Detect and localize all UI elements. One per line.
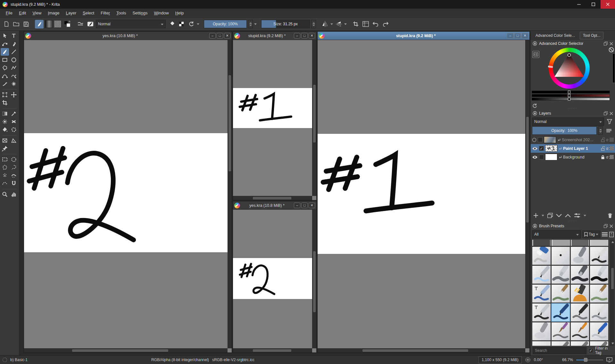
add-layer-button[interactable] — [533, 213, 538, 218]
layer-properties-options[interactable] — [584, 215, 586, 216]
colorize-mask-tool[interactable] — [1, 118, 9, 125]
new-document-button[interactable] — [2, 20, 11, 28]
menu-image[interactable]: Image — [45, 9, 62, 17]
mirror-horizontal-options[interactable] — [330, 23, 333, 25]
detail-view-button[interactable] — [609, 232, 614, 237]
docker-splitter[interactable] — [531, 108, 615, 110]
text-tool[interactable] — [10, 32, 18, 40]
no-color-icon[interactable] — [609, 47, 614, 53]
canvas-rotation-dial[interactable] — [525, 357, 531, 363]
subwindow-title-bar[interactable]: stupid.kra (9.2 MiB) * – □ ✕ — [318, 32, 529, 40]
close-docker-icon[interactable] — [610, 112, 613, 115]
docker-lock-icon[interactable] — [533, 111, 537, 116]
opacity-spinner[interactable] — [248, 20, 253, 28]
brush-preset-sketch-ink[interactable] — [590, 240, 609, 246]
subwindow-minimize-button[interactable]: – — [209, 33, 216, 38]
subwindow-title-bar[interactable]: stupid.kra (9.2 MiB) * – □ ✕ — [233, 32, 316, 40]
brush-preset-bristle-grass[interactable] — [590, 284, 609, 303]
value-bar[interactable] — [532, 98, 610, 101]
opacity-slider[interactable]: Opacity: 100% — [204, 20, 247, 28]
visible-eye-icon[interactable] — [532, 155, 538, 159]
layer-opacity-slider[interactable]: Opacity: 100% — [532, 126, 597, 135]
color-selector-settings-button[interactable] — [532, 51, 539, 58]
reset-colors-icon[interactable] — [532, 103, 537, 108]
brush-size-spinner[interactable] — [311, 20, 316, 28]
brush-preset-eraser-soft[interactable] — [532, 247, 551, 265]
subwindow-close-button[interactable]: ✕ — [224, 33, 230, 38]
canvas-area[interactable] — [233, 210, 316, 352]
minimize-button[interactable] — [572, 0, 586, 9]
unlocked-icon[interactable] — [601, 146, 605, 151]
brush-preset-ink-precision[interactable] — [570, 303, 589, 322]
subwindow-stupid-kra-small[interactable]: stupid.kra (9.2 MiB) * – □ ✕ — [233, 31, 317, 200]
subwindow-stupid-kra-active[interactable]: stupid.kra (9.2 MiB) * – □ ✕ — [317, 31, 530, 353]
close-docker-icon[interactable] — [610, 224, 613, 228]
redo-button[interactable] — [381, 20, 390, 28]
rectangle-tool[interactable] — [1, 56, 9, 64]
subwindow-minimize-button[interactable]: – — [294, 33, 300, 38]
brush-preset-pencil-b[interactable] — [551, 341, 570, 346]
elliptical-selection-tool[interactable] — [10, 156, 18, 163]
layer-thumbnail[interactable] — [545, 145, 557, 152]
brush-preset-pencil-d[interactable] — [590, 341, 609, 346]
freehand-selection-tool[interactable] — [10, 164, 18, 171]
hue-bar[interactable] — [532, 91, 610, 93]
polyline-tool[interactable] — [10, 64, 18, 72]
vertical-scrollbar[interactable] — [312, 40, 316, 196]
subwindow-close-button[interactable]: ✕ — [522, 33, 528, 38]
similar-color-selection-tool[interactable] — [1, 172, 9, 179]
layer-name[interactable]: Background — [563, 155, 600, 159]
menu-filter[interactable]: Filter — [97, 9, 113, 17]
freehand-path-tool[interactable] — [10, 72, 18, 80]
brush-preset-marker-details-black[interactable] — [532, 303, 551, 322]
rectangular-selection-tool[interactable] — [1, 156, 9, 163]
brush-search-input[interactable] — [533, 347, 586, 354]
brush-preset-ink-ballpen[interactable] — [590, 247, 609, 265]
polygon-tool[interactable] — [1, 64, 9, 72]
blending-mode-dropdown[interactable]: Normal — [96, 20, 166, 28]
alpha-channel-icon[interactable] — [610, 146, 614, 150]
layer-checkbox[interactable] — [539, 155, 544, 159]
hidden-eye-icon[interactable] — [532, 138, 536, 142]
layer-row-background[interactable]: Backgroundα — [531, 153, 615, 161]
menu-settings[interactable]: Settings — [129, 9, 151, 17]
vertical-scrollbar[interactable] — [525, 40, 529, 348]
subwindow-yes-kra-large[interactable]: yes.kra (10.8 MiB) * – □ ✕ — [24, 31, 232, 353]
rotation-angle-label[interactable]: 0.00° — [534, 358, 543, 362]
hue-ring-cursor[interactable] — [548, 66, 553, 68]
fullscreen-monitor-icon[interactable] — [606, 357, 612, 362]
horizontal-scrollbar[interactable] — [233, 196, 312, 200]
current-brush-icon[interactable] — [3, 358, 7, 362]
canvas-area[interactable] — [233, 40, 316, 200]
alpha-channel-icon[interactable] — [610, 155, 614, 159]
canvas[interactable] — [24, 133, 228, 252]
horizontal-scrollbar[interactable] — [318, 348, 525, 352]
menu-layer[interactable]: Layer — [62, 9, 79, 17]
add-layer-options[interactable] — [542, 215, 544, 216]
brush-preset-round-wet-purple[interactable] — [551, 322, 570, 341]
freehand-brush-tool[interactable] — [1, 48, 9, 56]
canvas-area[interactable] — [318, 40, 529, 352]
edit-brush-settings-button[interactable] — [76, 20, 85, 28]
brush-preset-fineliner-orange[interactable] — [570, 322, 589, 341]
unlocked-icon[interactable] — [601, 138, 605, 142]
menu-edit[interactable]: Edit — [16, 9, 29, 17]
brush-preset-bristle-wet-green[interactable] — [551, 284, 570, 303]
subwindow-close-button[interactable]: ✕ — [309, 33, 315, 38]
workspace-dropdown-arrow[interactable] — [197, 23, 199, 25]
brush-preset-chalk-grainy[interactable] — [570, 240, 589, 246]
bezier-selection-tool[interactable] — [1, 180, 9, 187]
color-wheel[interactable] — [549, 48, 590, 89]
opacity-options-arrow[interactable] — [254, 23, 257, 25]
menu-view[interactable]: View — [29, 9, 45, 17]
reload-preset-button[interactable] — [187, 20, 195, 28]
brush-preset-pencil-blue-hb[interactable] — [590, 322, 609, 341]
canvas-area[interactable] — [24, 40, 232, 352]
canvas[interactable] — [233, 258, 312, 299]
layer-thumbnail[interactable] — [545, 154, 557, 160]
brush-preset-smudge-soft[interactable] — [551, 240, 570, 246]
multibrush-tool[interactable] — [10, 80, 18, 88]
assistants-tool[interactable] — [1, 137, 9, 144]
tab-tool-options[interactable]: Tool Opt... — [580, 32, 604, 39]
subwindow-minimize-button[interactable]: – — [294, 203, 300, 208]
